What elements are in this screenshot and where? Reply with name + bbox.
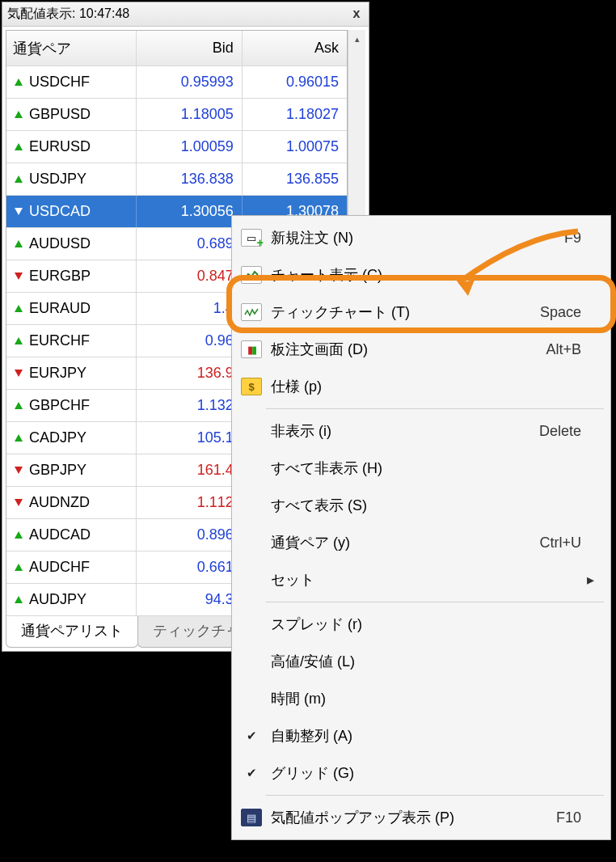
- ask-price: 0.96015: [243, 66, 347, 98]
- symbol-label: EURCHF: [29, 332, 90, 349]
- tab-symbol-list[interactable]: 通貨ペアリスト: [6, 616, 138, 648]
- bid-price: 1.132: [137, 390, 242, 421]
- check-icon: [237, 766, 266, 780]
- bid-price: 1.112: [137, 487, 242, 518]
- symbol-label: USDJPY: [29, 171, 86, 188]
- header-symbol[interactable]: 通貨ペア: [6, 31, 137, 65]
- quote-row[interactable]: USDCHF0.959930.96015: [6, 66, 347, 99]
- spec-icon: $: [237, 378, 266, 395]
- menu-separator: [266, 795, 604, 796]
- bid-price: 1.18005: [137, 99, 242, 130]
- bid-price: 105.1: [137, 422, 242, 454]
- menu-item-label: 時間 (m): [266, 689, 581, 708]
- menu-item[interactable]: グリッド (G): [234, 754, 609, 792]
- symbol-label: EURAUD: [29, 300, 91, 317]
- menu-item-label: グリッド (G): [266, 763, 581, 783]
- ask-price: 1.18027: [243, 99, 347, 130]
- new-order-icon: ▭: [237, 229, 266, 247]
- menu-item[interactable]: 高値/安値 (L): [234, 643, 609, 680]
- header-ask[interactable]: Ask: [243, 31, 347, 65]
- menu-item-label: 板注文画面 (D): [266, 340, 546, 359]
- arrow-up-icon: [13, 562, 24, 573]
- menu-item-label: 非表示 (i): [266, 421, 539, 441]
- symbol-label: GBPUSD: [29, 106, 91, 123]
- panel-titlebar[interactable]: 気配値表示: 10:47:48 x: [2, 2, 369, 27]
- menu-item-label: セット: [266, 570, 581, 589]
- bid-price: 94.3: [137, 584, 242, 615]
- check-icon: [237, 729, 266, 743]
- arrow-down-icon: [13, 497, 24, 509]
- arrow-up-icon: [13, 433, 24, 444]
- menu-item-label: ティックチャート (T): [266, 302, 540, 322]
- menu-item[interactable]: チャート表示 (C): [234, 256, 609, 294]
- menu-item[interactable]: 時間 (m): [234, 680, 609, 717]
- symbol-label: AUDUSD: [29, 235, 91, 252]
- menu-item[interactable]: $仕様 (p): [234, 368, 609, 405]
- arrow-up-icon: [13, 174, 24, 185]
- grid-header: 通貨ペア Bid Ask: [6, 31, 347, 66]
- context-menu: ▭新規注文 (N)F9チャート表示 (C)ティックチャート (T)Space▮▮…: [231, 215, 611, 840]
- bid-price: 0.847: [137, 260, 242, 292]
- header-bid[interactable]: Bid: [137, 31, 242, 65]
- menu-item-label: 自動整列 (A): [266, 726, 581, 746]
- bid-price: 136.9: [137, 357, 242, 389]
- chart-icon: [237, 266, 266, 284]
- symbol-label: EURGBP: [29, 268, 91, 285]
- arrow-up-icon: [13, 400, 24, 412]
- menu-item[interactable]: セット▸: [234, 561, 609, 598]
- bid-price: 0.95993: [137, 66, 242, 98]
- arrow-up-icon: [13, 594, 24, 606]
- menu-item-shortcut: Ctrl+U: [539, 535, 581, 551]
- menu-item[interactable]: ▤気配値ポップアップ表示 (P)F10: [234, 799, 609, 836]
- menu-item[interactable]: すべて非表示 (H): [234, 450, 609, 487]
- menu-item-label: チャート表示 (C): [266, 265, 581, 285]
- arrow-up-icon: [13, 336, 24, 347]
- bid-price: 136.838: [137, 163, 242, 195]
- quote-row[interactable]: EURUSD1.000591.00075: [6, 131, 347, 163]
- arrow-down-icon: [13, 465, 24, 476]
- menu-item[interactable]: ▭新規注文 (N)F9: [234, 219, 609, 256]
- ask-price: 1.00075: [243, 131, 347, 163]
- bid-price: 1.00059: [137, 131, 242, 163]
- bid-price: 161.4: [137, 454, 242, 486]
- tick-chart-icon: [237, 303, 266, 321]
- quote-row[interactable]: GBPUSD1.180051.18027: [6, 99, 347, 131]
- menu-item[interactable]: 自動整列 (A): [234, 717, 609, 754]
- menu-item-label: 通貨ペア (y): [266, 533, 539, 552]
- quote-row[interactable]: USDJPY136.838136.855: [6, 163, 347, 196]
- arrow-down-icon: [13, 271, 24, 282]
- arrow-up-icon: [13, 77, 24, 88]
- menu-item-label: 仕様 (p): [266, 377, 581, 396]
- bid-price: 0.661: [137, 551, 242, 583]
- symbol-label: CADJPY: [29, 429, 86, 446]
- depth-icon: ▮▮: [237, 340, 266, 358]
- menu-item[interactable]: 非表示 (i)Delete: [234, 412, 609, 450]
- arrow-down-icon: [13, 206, 24, 218]
- arrow-up-icon: [13, 109, 24, 120]
- bid-price: 1.30056: [137, 196, 242, 227]
- symbol-label: AUDNZD: [29, 494, 90, 511]
- menu-item[interactable]: ティックチャート (T)Space: [234, 294, 609, 331]
- arrow-up-icon: [13, 239, 24, 250]
- menu-item[interactable]: 通貨ペア (y)Ctrl+U: [234, 524, 609, 561]
- symbol-label: GBPJPY: [29, 462, 86, 479]
- menu-item-shortcut: Alt+B: [546, 341, 581, 358]
- menu-item[interactable]: ▮▮板注文画面 (D)Alt+B: [234, 331, 609, 368]
- menu-item[interactable]: すべて表示 (S): [234, 487, 609, 524]
- menu-item[interactable]: スプレッド (r): [234, 606, 609, 643]
- menu-item-shortcut: Delete: [539, 423, 581, 440]
- scroll-up-icon[interactable]: [348, 30, 365, 48]
- arrow-up-icon: [13, 530, 24, 541]
- bid-price: 1.4: [137, 293, 242, 324]
- menu-item-shortcut: F10: [556, 809, 581, 826]
- bid-price: 0.896: [137, 519, 242, 551]
- symbol-label: GBPCHF: [29, 397, 90, 414]
- symbol-label: AUDCAD: [29, 526, 91, 543]
- submenu-arrow-icon: ▸: [581, 571, 594, 589]
- bid-price: 0.96: [137, 325, 242, 357]
- arrow-up-icon: [13, 142, 24, 153]
- close-icon[interactable]: x: [349, 7, 364, 22]
- menu-item-label: すべて非表示 (H): [266, 458, 581, 478]
- bid-price: 0.689: [137, 228, 242, 260]
- ask-price: 136.855: [243, 163, 347, 195]
